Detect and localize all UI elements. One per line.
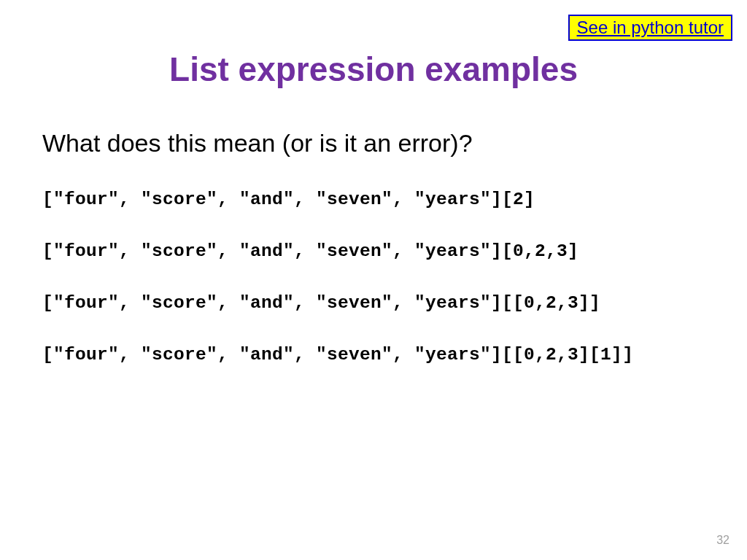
question-text: What does this mean (or is it an error)?: [42, 129, 747, 158]
code-line: ["four", "score", "and", "seven", "years…: [42, 293, 747, 313]
python-tutor-link[interactable]: See in python tutor: [568, 15, 732, 41]
code-block: ["four", "score", "and", "seven", "years…: [42, 190, 747, 365]
code-line: ["four", "score", "and", "seven", "years…: [42, 190, 747, 209]
code-line: ["four", "score", "and", "seven", "years…: [42, 241, 747, 261]
page-number: 32: [716, 534, 729, 547]
slide-title: List expression examples: [0, 50, 747, 89]
code-line: ["four", "score", "and", "seven", "years…: [42, 345, 747, 365]
